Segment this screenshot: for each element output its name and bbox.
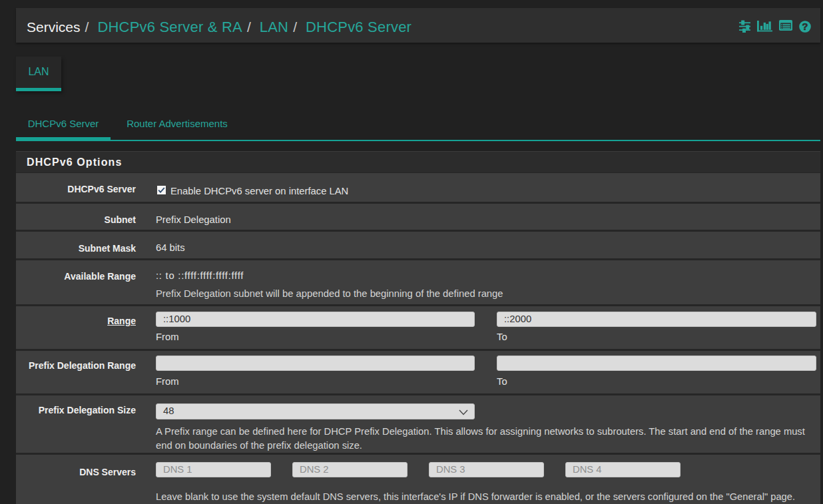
svg-text:?: ? — [802, 21, 808, 32]
